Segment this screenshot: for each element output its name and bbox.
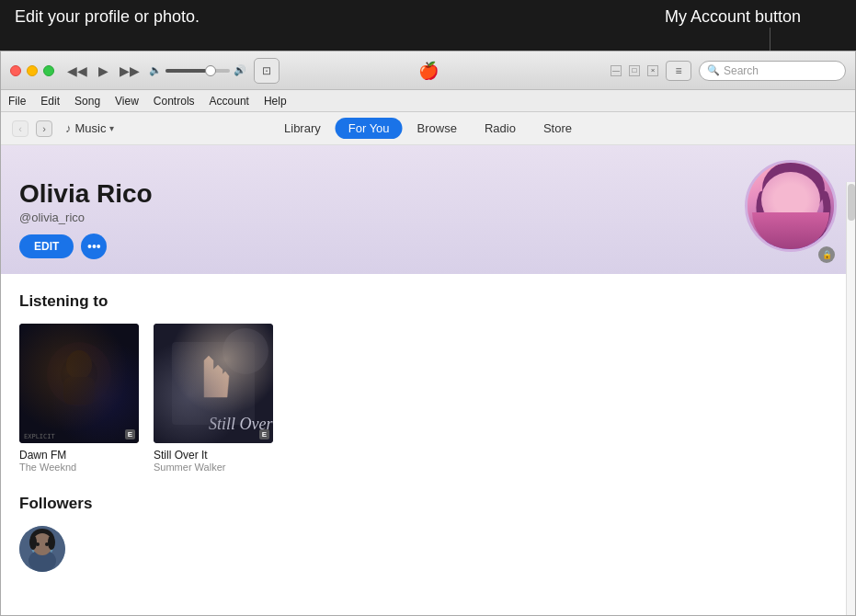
search-box[interactable]: 🔍 Search (699, 61, 846, 81)
album-artist-dawn: The Weeknd (19, 462, 139, 473)
album-art-still-over-it: Still Over It E (154, 324, 273, 443)
tab-library[interactable]: Library (271, 118, 334, 139)
svg-point-20 (29, 535, 37, 550)
fast-forward-button[interactable]: ▶▶ (116, 62, 143, 80)
svg-rect-4 (764, 236, 823, 252)
transport-controls: ◀◀ ▶ ▶▶ (63, 62, 143, 80)
apple-icon: 🍎 (418, 62, 439, 80)
albums-row: EXPLICIT E Dawn FM The Weeknd (19, 324, 837, 473)
album-artist-still: Summer Walker (154, 462, 273, 473)
annotation-edit-profile: Edit your profile or photo. (15, 7, 200, 27)
resize-close-button[interactable]: × (647, 65, 658, 76)
svg-rect-11 (154, 324, 273, 443)
resize-maximize-button[interactable]: □ (629, 65, 640, 76)
svg-rect-12 (172, 342, 255, 425)
forward-arrow-icon: › (42, 123, 46, 134)
svg-point-22 (36, 542, 40, 546)
svg-rect-5 (19, 324, 139, 443)
avatar-memoji-image (748, 163, 834, 249)
album-item-dawn-fm[interactable]: EXPLICIT E Dawn FM The Weeknd (19, 324, 139, 473)
followers-section: Followers (19, 495, 837, 572)
title-bar: ◀◀ ▶ ▶▶ 🔈 🔊 ⊡ 🍎 — □ × ≡ 🔍 (1, 51, 855, 90)
music-source-selector[interactable]: ♪ Music ▾ (65, 121, 114, 135)
music-note-icon: ♪ (65, 121, 72, 135)
airplay-icon: ⊡ (262, 64, 271, 77)
profile-handle: @olivia_rico (19, 211, 153, 224)
album-title-still: Still Over It (154, 449, 273, 462)
apple-logo: 🍎 (418, 61, 439, 81)
forward-arrow-button[interactable]: › (36, 120, 52, 137)
svg-point-21 (48, 535, 55, 550)
maximize-button[interactable] (43, 65, 54, 76)
rewind-button[interactable]: ◀◀ (63, 62, 91, 80)
svg-point-8 (66, 350, 92, 380)
title-bar-right: — □ × ≡ 🔍 Search (611, 61, 846, 81)
lock-icon: 🔒 (818, 246, 835, 263)
menu-account[interactable]: Account (210, 95, 249, 108)
still-over-it-art-svg: Still Over It (154, 324, 273, 443)
svg-point-23 (45, 542, 49, 546)
annotation-my-account: My Account button (665, 7, 801, 27)
svg-point-3 (801, 210, 816, 219)
dropdown-arrow-icon: ▾ (109, 123, 114, 133)
list-view-icon: ≡ (675, 64, 681, 77)
resize-minimize-button[interactable]: — (611, 65, 622, 76)
window-scrollbar[interactable] (846, 182, 855, 615)
tab-browse[interactable]: Browse (405, 118, 470, 139)
menu-song[interactable]: Song (74, 95, 100, 108)
tab-radio[interactable]: Radio (472, 118, 529, 139)
follower-memoji-svg (19, 526, 65, 572)
scrollbar-thumb[interactable] (848, 184, 855, 221)
menu-controls[interactable]: Controls (154, 95, 195, 108)
search-icon: 🔍 (707, 64, 720, 76)
itunes-window: ◀◀ ▶ ▶▶ 🔈 🔊 ⊡ 🍎 — □ × ≡ 🔍 (0, 51, 856, 616)
tab-store[interactable]: Store (531, 118, 585, 139)
minimize-button[interactable] (27, 65, 38, 76)
back-arrow-button[interactable]: ‹ (12, 120, 29, 137)
edit-profile-button[interactable]: EDIT (19, 234, 74, 258)
music-label: Music (75, 121, 107, 135)
menu-file[interactable]: File (8, 95, 26, 108)
menu-bar: File Edit Song View Controls Account Hel… (1, 90, 855, 112)
album-title-dawn: Dawn FM (19, 449, 139, 462)
followers-section-title: Followers (19, 495, 837, 513)
play-button[interactable]: ▶ (95, 62, 112, 80)
menu-view[interactable]: View (115, 95, 139, 108)
menu-help[interactable]: Help (264, 95, 287, 108)
list-view-button[interactable]: ≡ (666, 61, 691, 81)
volume-fill (165, 69, 207, 73)
listening-section: Listening to EXPLICIT (19, 292, 837, 473)
svg-point-7 (61, 356, 97, 393)
volume-slider[interactable]: 🔈 🔊 (149, 64, 246, 76)
follower-avatar (19, 526, 65, 572)
search-placeholder-text: Search (724, 64, 759, 77)
svg-rect-9 (63, 377, 95, 405)
volume-high-icon: 🔊 (234, 64, 246, 76)
content-area: Listening to EXPLICIT (1, 274, 855, 615)
dawn-fm-art-svg: EXPLICIT (19, 324, 139, 443)
svg-text:EXPLICIT: EXPLICIT (24, 433, 56, 440)
profile-actions: EDIT ••• (19, 234, 153, 259)
svg-point-2 (771, 210, 786, 219)
close-button[interactable] (10, 65, 21, 76)
avatar-svg (748, 163, 837, 252)
profile-name: Olivia Rico (19, 179, 153, 209)
window-controls (10, 65, 54, 76)
back-arrow-icon: ‹ (18, 123, 22, 134)
menu-edit[interactable]: Edit (40, 95, 60, 108)
svg-point-6 (47, 342, 111, 406)
airplay-button[interactable]: ⊡ (254, 58, 280, 84)
svg-point-1 (770, 181, 817, 233)
album-item-still-over-it[interactable]: Still Over It E Still Over It Summer Wal… (154, 324, 273, 473)
more-options-button[interactable]: ••• (81, 234, 107, 259)
listening-section-title: Listening to (19, 292, 837, 311)
tab-for-you[interactable]: For You (336, 118, 403, 139)
nav-tabs: Library For You Browse Radio Store (271, 118, 585, 139)
follower-item[interactable] (19, 526, 837, 572)
volume-low-icon: 🔈 (149, 64, 162, 76)
volume-thumb[interactable] (205, 65, 216, 76)
volume-track[interactable] (165, 69, 230, 73)
album-explicit-dawn: E (125, 429, 135, 439)
profile-avatar[interactable] (745, 160, 837, 252)
profile-info: Olivia Rico @olivia_rico EDIT ••• (19, 179, 153, 259)
